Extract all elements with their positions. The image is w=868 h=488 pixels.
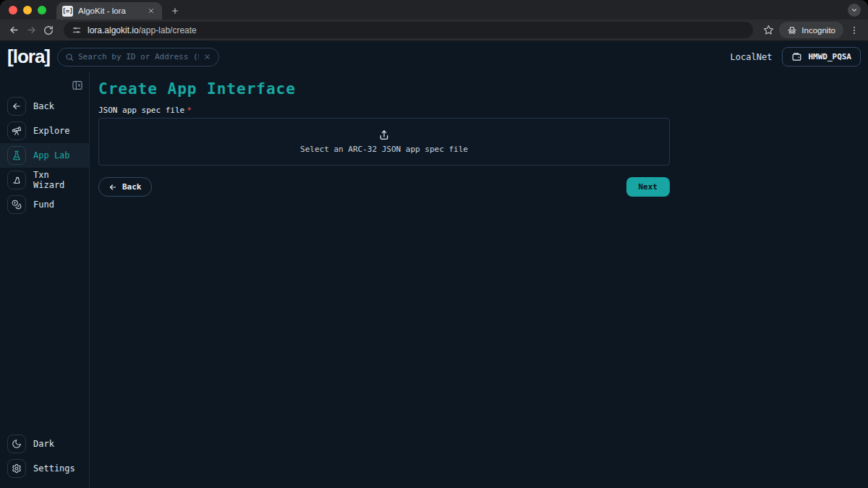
field-label: JSON app spec file* xyxy=(98,106,868,115)
tab-strip: [=] AlgoKit - lora xyxy=(0,0,868,20)
header-right: LocalNet HMWD_PQSA xyxy=(731,47,861,67)
wallet-button[interactable]: HMWD_PQSA xyxy=(782,47,861,67)
wallet-icon xyxy=(791,51,802,62)
wallet-label: HMWD_PQSA xyxy=(808,52,851,61)
sidebar-item-label: Explore xyxy=(33,126,70,136)
new-tab-button[interactable] xyxy=(166,2,184,20)
close-tab-icon[interactable] xyxy=(146,6,156,16)
network-label[interactable]: LocalNet xyxy=(731,52,773,62)
gear-icon xyxy=(7,459,26,478)
incognito-icon xyxy=(787,25,797,35)
browser-window: [=] AlgoKit - lora lora.algokit.io/ap xyxy=(0,0,868,488)
moon-icon xyxy=(7,435,26,453)
telescope-icon xyxy=(7,121,26,140)
sidebar-item-label: Txn Wizard xyxy=(33,170,82,190)
sidebar-item-label: Fund xyxy=(33,200,54,210)
coins-icon xyxy=(7,195,26,214)
incognito-label: Incognito xyxy=(801,26,835,35)
search-bar[interactable] xyxy=(57,48,219,67)
arrow-left-icon xyxy=(7,97,26,116)
sidebar-footer: Dark Settings xyxy=(0,432,89,488)
tab-title: AlgoKit - lora xyxy=(78,7,141,15)
url-text: lora.algokit.io/app-lab/create xyxy=(88,25,197,35)
incognito-badge: Incognito xyxy=(779,22,843,38)
clear-search-icon[interactable] xyxy=(203,53,211,61)
close-window-button[interactable] xyxy=(9,6,17,14)
file-dropzone[interactable]: Select an ARC-32 JSON app spec file xyxy=(98,118,670,166)
reload-icon[interactable] xyxy=(42,24,55,37)
back-button[interactable]: Back xyxy=(98,177,152,197)
bookmark-star-icon[interactable] xyxy=(762,24,775,37)
app-header: [lora] LocalNet HMWD_PQSA xyxy=(0,41,868,72)
next-button[interactable]: Next xyxy=(626,177,671,197)
traffic-lights xyxy=(9,0,46,20)
sidebar-item-explore[interactable]: Explore xyxy=(0,119,89,143)
required-marker: * xyxy=(187,106,192,115)
flask-icon xyxy=(7,146,26,165)
menu-kebab-icon[interactable] xyxy=(848,24,861,37)
sidebar: Back Explore App Lab xyxy=(0,72,90,488)
sidebar-item-label: Settings xyxy=(33,463,75,474)
sidebar-item-fund[interactable]: Fund xyxy=(0,192,89,217)
collapse-sidebar-icon[interactable] xyxy=(71,79,83,91)
site-info-icon[interactable] xyxy=(72,25,82,35)
back-nav-icon[interactable] xyxy=(7,24,20,37)
sidebar-item-txn-wizard[interactable]: Txn Wizard xyxy=(0,168,89,192)
url-domain: lora.algokit.io xyxy=(88,25,139,35)
sidebar-item-label: Dark xyxy=(33,439,54,449)
lora-logo[interactable]: [lora] xyxy=(7,46,50,68)
tab-favicon-icon: [=] xyxy=(62,6,73,17)
sidebar-item-dark-mode[interactable]: Dark xyxy=(0,432,89,456)
minimize-window-button[interactable] xyxy=(23,6,32,14)
dropzone-text: Select an ARC-32 JSON app spec file xyxy=(300,145,468,154)
address-bar[interactable]: lora.algokit.io/app-lab/create xyxy=(64,22,753,38)
forward-nav-icon xyxy=(25,24,38,37)
main-content: Create App Interface JSON app spec file*… xyxy=(90,72,868,488)
form-actions: Back Next xyxy=(98,177,670,197)
browser-tab[interactable]: [=] AlgoKit - lora xyxy=(56,2,162,20)
back-button-label: Back xyxy=(122,182,142,192)
sidebar-item-label: Back xyxy=(33,101,54,111)
back-arrow-icon xyxy=(109,183,117,192)
wizard-hat-icon xyxy=(7,171,26,189)
sidebar-item-back[interactable]: Back xyxy=(0,94,89,119)
sidebar-item-settings[interactable]: Settings xyxy=(0,456,89,481)
browser-toolbar: lora.algokit.io/app-lab/create Incognito xyxy=(0,20,868,41)
lora-app: [lora] LocalNet HMWD_PQSA xyxy=(0,41,868,488)
page-title: Create App Interface xyxy=(98,80,868,98)
search-input[interactable] xyxy=(78,52,199,61)
app-body: Back Explore App Lab xyxy=(0,72,868,488)
sidebar-item-label: App Lab xyxy=(33,150,70,160)
zoom-window-button[interactable] xyxy=(38,6,46,14)
search-icon xyxy=(65,53,74,61)
tab-search-button[interactable] xyxy=(848,4,861,17)
field-label-text: JSON app spec file xyxy=(98,106,184,115)
url-path: /app-lab/create xyxy=(139,25,197,35)
upload-icon xyxy=(378,129,390,141)
sidebar-item-app-lab[interactable]: App Lab xyxy=(0,143,89,168)
